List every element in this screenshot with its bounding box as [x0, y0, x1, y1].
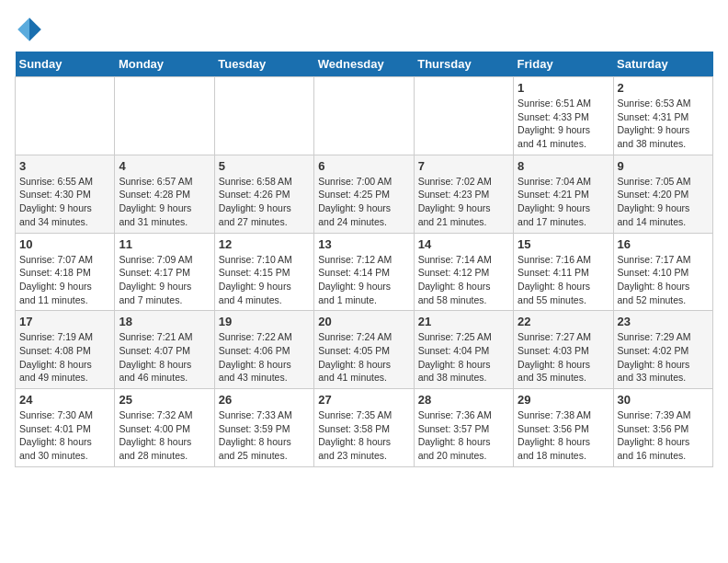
day-info: Sunrise: 7:39 AM Sunset: 3:56 PM Dayligh… [618, 408, 709, 463]
day-number: 7 [418, 159, 509, 173]
day-number: 25 [119, 393, 210, 407]
calendar-cell: 3Sunrise: 6:55 AM Sunset: 4:30 PM Daylig… [16, 155, 115, 233]
calendar-week-4: 17Sunrise: 7:19 AM Sunset: 4:08 PM Dayli… [16, 311, 713, 389]
day-info: Sunrise: 7:10 AM Sunset: 4:15 PM Dayligh… [219, 253, 310, 307]
calendar-cell: 26Sunrise: 7:33 AM Sunset: 3:59 PM Dayli… [214, 389, 313, 467]
day-info: Sunrise: 6:55 AM Sunset: 4:30 PM Dayligh… [19, 175, 110, 229]
day-number: 16 [618, 237, 709, 251]
calendar-cell: 5Sunrise: 6:58 AM Sunset: 4:26 PM Daylig… [214, 155, 313, 233]
calendar-cell: 10Sunrise: 7:07 AM Sunset: 4:18 PM Dayli… [16, 233, 115, 311]
calendar-cell [314, 77, 414, 155]
calendar-cell: 12Sunrise: 7:10 AM Sunset: 4:15 PM Dayli… [214, 233, 313, 311]
calendar-cell: 11Sunrise: 7:09 AM Sunset: 4:17 PM Dayli… [115, 233, 214, 311]
day-info: Sunrise: 7:16 AM Sunset: 4:11 PM Dayligh… [518, 253, 609, 307]
day-info: Sunrise: 7:12 AM Sunset: 4:14 PM Dayligh… [318, 253, 409, 307]
svg-marker-0 [29, 17, 41, 41]
day-number: 14 [418, 237, 509, 251]
day-info: Sunrise: 7:04 AM Sunset: 4:21 PM Dayligh… [518, 175, 609, 229]
calendar-cell [115, 77, 214, 155]
calendar-table: SundayMondayTuesdayWednesdayThursdayFrid… [15, 52, 713, 467]
day-number: 8 [518, 159, 609, 173]
day-number: 3 [19, 159, 110, 173]
day-number: 19 [219, 315, 310, 328]
day-number: 30 [618, 393, 709, 407]
day-info: Sunrise: 7:19 AM Sunset: 4:08 PM Dayligh… [19, 330, 110, 385]
calendar-cell: 17Sunrise: 7:19 AM Sunset: 4:08 PM Dayli… [16, 311, 115, 389]
calendar-cell: 9Sunrise: 7:05 AM Sunset: 4:20 PM Daylig… [613, 155, 712, 233]
calendar-header: SundayMondayTuesdayWednesdayThursdayFrid… [16, 52, 713, 77]
day-info: Sunrise: 7:38 AM Sunset: 3:56 PM Dayligh… [518, 408, 609, 463]
calendar-cell: 19Sunrise: 7:22 AM Sunset: 4:06 PM Dayli… [214, 311, 313, 389]
day-info: Sunrise: 7:02 AM Sunset: 4:23 PM Dayligh… [418, 175, 509, 229]
weekday-header-tuesday: Tuesday [214, 52, 313, 77]
calendar-cell: 28Sunrise: 7:36 AM Sunset: 3:57 PM Dayli… [414, 389, 513, 467]
day-info: Sunrise: 7:17 AM Sunset: 4:10 PM Dayligh… [618, 253, 709, 307]
day-number: 4 [119, 159, 210, 173]
calendar-week-2: 3Sunrise: 6:55 AM Sunset: 4:30 PM Daylig… [16, 155, 713, 233]
day-number: 2 [618, 81, 709, 95]
page-header [15, 15, 713, 44]
day-info: Sunrise: 6:53 AM Sunset: 4:31 PM Dayligh… [618, 97, 709, 151]
calendar-cell: 20Sunrise: 7:24 AM Sunset: 4:05 PM Dayli… [314, 311, 414, 389]
calendar-cell: 25Sunrise: 7:32 AM Sunset: 4:00 PM Dayli… [115, 389, 214, 467]
day-info: Sunrise: 7:22 AM Sunset: 4:06 PM Dayligh… [219, 330, 310, 385]
day-number: 9 [618, 159, 709, 173]
weekday-header-monday: Monday [115, 52, 214, 77]
day-number: 10 [19, 237, 110, 251]
calendar-cell: 15Sunrise: 7:16 AM Sunset: 4:11 PM Dayli… [514, 233, 613, 311]
day-number: 13 [318, 237, 409, 251]
calendar-cell: 2Sunrise: 6:53 AM Sunset: 4:31 PM Daylig… [613, 77, 712, 155]
day-info: Sunrise: 7:09 AM Sunset: 4:17 PM Dayligh… [119, 253, 210, 307]
day-number: 26 [219, 393, 310, 407]
svg-marker-1 [17, 17, 29, 41]
calendar-cell: 7Sunrise: 7:02 AM Sunset: 4:23 PM Daylig… [414, 155, 513, 233]
weekday-header-thursday: Thursday [414, 52, 513, 77]
day-info: Sunrise: 7:05 AM Sunset: 4:20 PM Dayligh… [618, 175, 709, 229]
day-info: Sunrise: 7:33 AM Sunset: 3:59 PM Dayligh… [219, 408, 310, 463]
day-info: Sunrise: 7:25 AM Sunset: 4:04 PM Dayligh… [418, 330, 509, 385]
day-number: 20 [318, 315, 409, 328]
day-info: Sunrise: 7:27 AM Sunset: 4:03 PM Dayligh… [518, 330, 609, 385]
day-info: Sunrise: 6:51 AM Sunset: 4:33 PM Dayligh… [518, 97, 609, 151]
day-info: Sunrise: 6:57 AM Sunset: 4:28 PM Dayligh… [119, 175, 210, 229]
day-info: Sunrise: 7:36 AM Sunset: 3:57 PM Dayligh… [418, 408, 509, 463]
day-number: 28 [418, 393, 509, 407]
day-number: 5 [219, 159, 310, 173]
day-number: 29 [518, 393, 609, 407]
day-info: Sunrise: 7:35 AM Sunset: 3:58 PM Dayligh… [318, 408, 409, 463]
calendar-cell: 21Sunrise: 7:25 AM Sunset: 4:04 PM Dayli… [414, 311, 513, 389]
calendar-cell: 23Sunrise: 7:29 AM Sunset: 4:02 PM Dayli… [613, 311, 712, 389]
day-number: 6 [318, 159, 409, 173]
calendar-cell: 1Sunrise: 6:51 AM Sunset: 4:33 PM Daylig… [514, 77, 613, 155]
calendar-cell [414, 77, 513, 155]
day-number: 12 [219, 237, 310, 251]
day-number: 23 [618, 315, 709, 328]
day-info: Sunrise: 7:29 AM Sunset: 4:02 PM Dayligh… [618, 330, 709, 385]
day-info: Sunrise: 7:00 AM Sunset: 4:25 PM Dayligh… [318, 175, 409, 229]
calendar-cell: 6Sunrise: 7:00 AM Sunset: 4:25 PM Daylig… [314, 155, 414, 233]
day-number: 17 [19, 315, 110, 328]
weekday-header-sunday: Sunday [16, 52, 115, 77]
day-number: 22 [518, 315, 609, 328]
logo [15, 15, 48, 44]
day-number: 1 [518, 81, 609, 95]
calendar-cell: 18Sunrise: 7:21 AM Sunset: 4:07 PM Dayli… [115, 311, 214, 389]
calendar-cell: 29Sunrise: 7:38 AM Sunset: 3:56 PM Dayli… [514, 389, 613, 467]
day-number: 24 [19, 393, 110, 407]
calendar-cell: 16Sunrise: 7:17 AM Sunset: 4:10 PM Dayli… [613, 233, 712, 311]
calendar-cell: 14Sunrise: 7:14 AM Sunset: 4:12 PM Dayli… [414, 233, 513, 311]
calendar-cell [214, 77, 313, 155]
day-number: 15 [518, 237, 609, 251]
logo-icon [15, 15, 44, 44]
weekday-header-friday: Friday [514, 52, 613, 77]
calendar-week-5: 24Sunrise: 7:30 AM Sunset: 4:01 PM Dayli… [16, 389, 713, 467]
day-number: 11 [119, 237, 210, 251]
day-info: Sunrise: 7:14 AM Sunset: 4:12 PM Dayligh… [418, 253, 509, 307]
calendar-cell: 22Sunrise: 7:27 AM Sunset: 4:03 PM Dayli… [514, 311, 613, 389]
calendar-cell: 4Sunrise: 6:57 AM Sunset: 4:28 PM Daylig… [115, 155, 214, 233]
calendar-week-1: 1Sunrise: 6:51 AM Sunset: 4:33 PM Daylig… [16, 77, 713, 155]
day-info: Sunrise: 7:32 AM Sunset: 4:00 PM Dayligh… [119, 408, 210, 463]
calendar-cell: 13Sunrise: 7:12 AM Sunset: 4:14 PM Dayli… [314, 233, 414, 311]
day-info: Sunrise: 7:21 AM Sunset: 4:07 PM Dayligh… [119, 330, 210, 385]
calendar-cell: 24Sunrise: 7:30 AM Sunset: 4:01 PM Dayli… [16, 389, 115, 467]
